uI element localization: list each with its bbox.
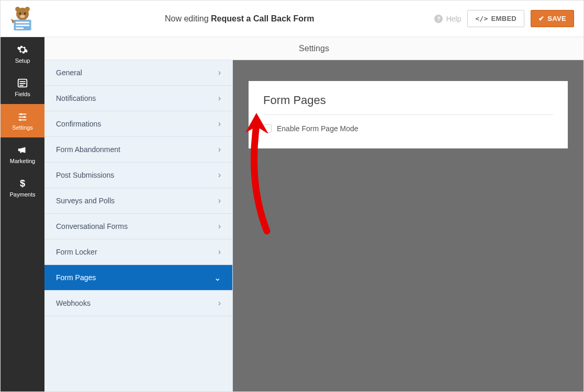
top-actions: ? Help </> EMBED ✔ SAVE — [434, 10, 583, 27]
enable-form-page-mode-checkbox[interactable] — [263, 124, 272, 133]
check-icon: ✔ — [538, 15, 544, 22]
section-header: Settings — [44, 37, 583, 60]
settings-item-label: Confirmations — [56, 120, 101, 128]
settings-item-label: Surveys and Polls — [56, 197, 115, 205]
svg-rect-8 — [16, 25, 29, 26]
chevron-right-icon: › — [218, 145, 221, 154]
settings-item-webhooks[interactable]: Webhooks › — [44, 291, 232, 316]
chevron-right-icon: › — [218, 196, 221, 205]
page-title: Now editing Request a Call Back Form — [44, 14, 434, 24]
section-title: Settings — [299, 44, 329, 53]
help-label: Help — [446, 15, 461, 23]
svg-point-3 — [19, 13, 21, 15]
nav-item-setup[interactable]: Setup — [1, 37, 44, 71]
top-bar: Now editing Request a Call Back Form ? H… — [1, 1, 583, 37]
svg-text:$: $ — [20, 178, 25, 189]
svg-point-1 — [15, 6, 20, 11]
save-button[interactable]: ✔ SAVE — [531, 10, 574, 27]
svg-point-5 — [20, 15, 25, 18]
nav-label: Settings — [12, 124, 33, 131]
settings-item-label: Form Pages — [56, 273, 96, 282]
help-link[interactable]: ? Help — [434, 15, 461, 23]
card-title: Form Pages — [263, 94, 553, 115]
chevron-right-icon: › — [218, 119, 221, 129]
settings-item-form-locker[interactable]: Form Locker › — [44, 239, 232, 265]
sliders-icon — [17, 111, 28, 122]
chevron-right-icon: › — [218, 94, 221, 103]
settings-item-form-abandonment[interactable]: Form Abandonment › — [44, 137, 232, 163]
nav-item-fields[interactable]: Fields — [1, 71, 44, 104]
form-name: Request a Call Back Form — [211, 14, 314, 23]
bullhorn-icon — [17, 144, 28, 156]
chevron-right-icon: › — [218, 298, 221, 308]
settings-item-label: Conversational Forms — [56, 222, 128, 230]
settings-item-notifications[interactable]: Notifications › — [44, 86, 232, 111]
svg-rect-9 — [16, 27, 24, 29]
embed-label: EMBED — [491, 15, 516, 22]
embed-button[interactable]: </> EMBED — [467, 10, 524, 27]
chevron-right-icon: › — [218, 247, 221, 257]
nav-label: Marketing — [10, 158, 35, 164]
settings-item-confirmations[interactable]: Confirmations › — [44, 111, 232, 137]
list-icon — [17, 77, 28, 89]
question-icon: ? — [434, 15, 443, 23]
editing-prefix: Now editing — [165, 14, 209, 23]
settings-item-label: Webhooks — [56, 299, 91, 307]
nav-label: Payments — [10, 191, 36, 198]
settings-item-form-pages[interactable]: Form Pages ⌄ — [44, 265, 232, 291]
gear-icon — [17, 44, 28, 55]
nav-item-settings[interactable]: Settings — [1, 104, 44, 137]
chevron-right-icon: › — [218, 222, 221, 231]
settings-item-label: General — [56, 68, 82, 77]
svg-point-19 — [19, 119, 21, 121]
settings-item-post-submissions[interactable]: Post Submissions › — [44, 163, 232, 188]
settings-item-label: Notifications — [56, 94, 96, 102]
nav-item-marketing[interactable]: Marketing — [1, 137, 44, 171]
option-label: Enable Form Page Mode — [277, 124, 358, 133]
code-icon: </> — [475, 15, 488, 22]
save-label: SAVE — [547, 15, 566, 22]
svg-point-17 — [24, 116, 26, 118]
nav-label: Fields — [15, 91, 30, 97]
settings-item-label: Form Abandonment — [56, 145, 120, 154]
svg-point-2 — [25, 6, 30, 11]
dollar-icon: $ — [17, 178, 28, 189]
chevron-down-icon: ⌄ — [214, 273, 221, 283]
settings-item-label: Post Submissions — [56, 171, 114, 179]
settings-item-general[interactable]: General › — [44, 60, 232, 86]
svg-rect-7 — [16, 21, 29, 23]
option-row: Enable Form Page Mode — [263, 124, 553, 133]
settings-item-label: Form Locker — [56, 248, 97, 256]
chevron-right-icon: › — [218, 68, 221, 77]
svg-point-15 — [20, 113, 22, 116]
svg-point-4 — [24, 13, 26, 15]
primary-nav: Setup Fields Settings Marketing $ Paymen… — [1, 37, 44, 391]
chevron-right-icon: › — [218, 170, 221, 180]
settings-panel: Form Pages Enable Form Page Mode — [233, 60, 583, 391]
settings-sidebar: General › Notifications › Confirmations … — [44, 60, 233, 391]
nav-item-payments[interactable]: $ Payments — [1, 171, 44, 204]
form-pages-card: Form Pages Enable Form Page Mode — [249, 81, 568, 148]
nav-label: Setup — [15, 57, 30, 64]
settings-item-conversational-forms[interactable]: Conversational Forms › — [44, 214, 232, 239]
app-logo — [1, 1, 44, 37]
settings-item-surveys-polls[interactable]: Surveys and Polls › — [44, 188, 232, 214]
